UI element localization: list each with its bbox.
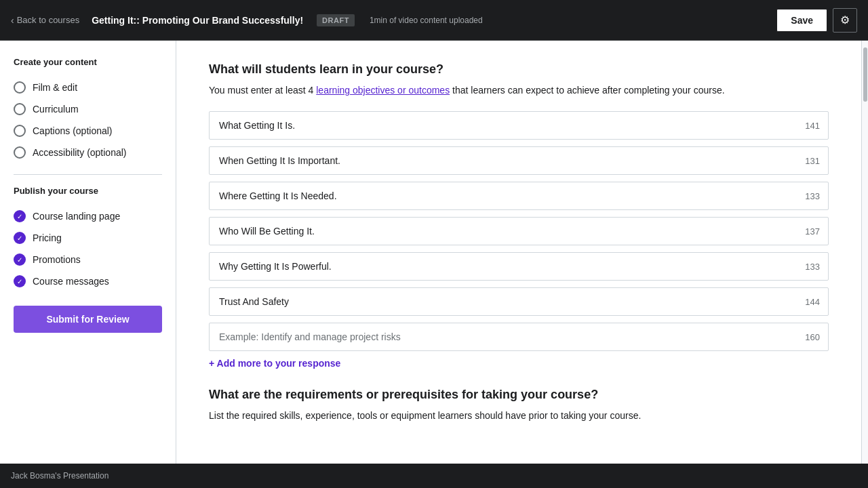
- sidebar-item-course-landing[interactable]: ✓ Course landing page: [14, 205, 162, 227]
- topbar-right: Save ⚙: [776, 8, 857, 33]
- add-more-button[interactable]: + Add more to your response: [209, 358, 829, 369]
- sidebar-item-pricing[interactable]: ✓ Pricing: [14, 227, 162, 249]
- publish-section-title: Publish your course: [14, 186, 162, 196]
- sidebar-label-accessibility: Accessibility (optional): [33, 147, 127, 158]
- objective-input-row-4: 137: [209, 217, 829, 245]
- sidebar-label-course-messages: Course messages: [33, 276, 109, 287]
- draft-badge: DRAFT: [317, 14, 355, 26]
- back-to-courses-link[interactable]: ‹ Back to courses: [11, 15, 79, 26]
- char-count-1: 141: [805, 121, 828, 131]
- topbar: ‹ Back to courses Getting It:: Promoting…: [0, 0, 868, 41]
- submit-review-button[interactable]: Submit for Review: [14, 306, 162, 333]
- back-label: Back to courses: [17, 15, 80, 25]
- topbar-left: ‹ Back to courses Getting It:: Promoting…: [11, 14, 776, 26]
- char-count-2: 131: [805, 156, 828, 166]
- radio-film-edit: [14, 81, 26, 94]
- objective-input-7[interactable]: [210, 323, 805, 350]
- sidebar-item-course-messages[interactable]: ✓ Course messages: [14, 270, 162, 292]
- char-count-4: 137: [805, 226, 828, 237]
- scrollbar-track[interactable]: [861, 41, 868, 464]
- main-layout: Create your content Film & edit Curricul…: [0, 41, 868, 464]
- requirements-description: List the required skills, experience, to…: [209, 409, 829, 423]
- chevron-left-icon: ‹: [11, 15, 14, 26]
- char-count-5: 133: [805, 262, 828, 272]
- check-pricing: ✓: [14, 232, 26, 244]
- sidebar-item-captions[interactable]: Captions (optional): [14, 120, 162, 142]
- sidebar-label-film-edit: Film & edit: [33, 82, 77, 93]
- sidebar-label-pricing: Pricing: [33, 232, 62, 243]
- objective-input-6[interactable]: [210, 288, 805, 315]
- sidebar-label-promotions: Promotions: [33, 254, 81, 265]
- presentation-label: Jack Bosma's Presentation: [11, 471, 108, 481]
- objective-input-1[interactable]: [210, 112, 805, 139]
- sidebar-item-accessibility[interactable]: Accessibility (optional): [14, 142, 162, 163]
- objective-input-row-3: 133: [209, 182, 829, 210]
- objective-input-2[interactable]: [210, 147, 805, 174]
- sidebar: Create your content Film & edit Curricul…: [0, 41, 176, 464]
- objective-input-row-6: 144: [209, 287, 829, 316]
- create-section-title: Create your content: [14, 57, 162, 67]
- objective-input-4[interactable]: [210, 218, 805, 245]
- sidebar-label-course-landing: Course landing page: [33, 211, 120, 222]
- radio-captions: [14, 125, 26, 137]
- sidebar-label-captions: Captions (optional): [33, 125, 113, 136]
- objective-input-3[interactable]: [210, 182, 805, 209]
- upload-status: 1min of video content uploaded: [370, 16, 483, 25]
- gear-icon: ⚙: [840, 14, 850, 26]
- objectives-heading: What will students learn in your course?: [209, 62, 829, 77]
- content-area: What will students learn in your course?…: [176, 41, 861, 464]
- bottom-bar: Jack Bosma's Presentation: [0, 464, 868, 488]
- char-count-7: 160: [805, 332, 828, 342]
- objective-input-row-2: 131: [209, 146, 829, 175]
- char-count-6: 144: [805, 297, 828, 307]
- sidebar-item-promotions[interactable]: ✓ Promotions: [14, 249, 162, 270]
- objectives-desc-before: You must enter at least 4: [209, 85, 316, 96]
- radio-accessibility: [14, 146, 26, 159]
- sidebar-label-curriculum: Curriculum: [33, 104, 79, 115]
- objective-input-row-5: 133: [209, 252, 829, 281]
- sidebar-item-curriculum[interactable]: Curriculum: [14, 98, 162, 120]
- check-promotions: ✓: [14, 253, 26, 266]
- check-course-landing: ✓: [14, 210, 26, 222]
- objectives-description: You must enter at least 4 learning objec…: [209, 83, 829, 98]
- objective-input-row-7: 160: [209, 323, 829, 351]
- char-count-3: 133: [805, 191, 828, 201]
- objective-input-5[interactable]: [210, 253, 805, 280]
- objective-input-row-1: 141: [209, 111, 829, 140]
- check-course-messages: ✓: [14, 275, 26, 287]
- radio-curriculum: [14, 103, 26, 115]
- settings-button[interactable]: ⚙: [833, 8, 857, 33]
- course-title: Getting It:: Promoting Our Brand Success…: [92, 15, 303, 26]
- sidebar-item-film-edit[interactable]: Film & edit: [14, 77, 162, 98]
- requirements-heading: What are the requirements or prerequisit…: [209, 388, 829, 402]
- objectives-link[interactable]: learning objectives or outcomes: [316, 85, 450, 96]
- save-button[interactable]: Save: [776, 9, 827, 32]
- scrollbar-thumb: [863, 47, 867, 102]
- sidebar-divider: [14, 174, 162, 175]
- objectives-desc-after: that learners can expect to achieve afte…: [450, 85, 724, 96]
